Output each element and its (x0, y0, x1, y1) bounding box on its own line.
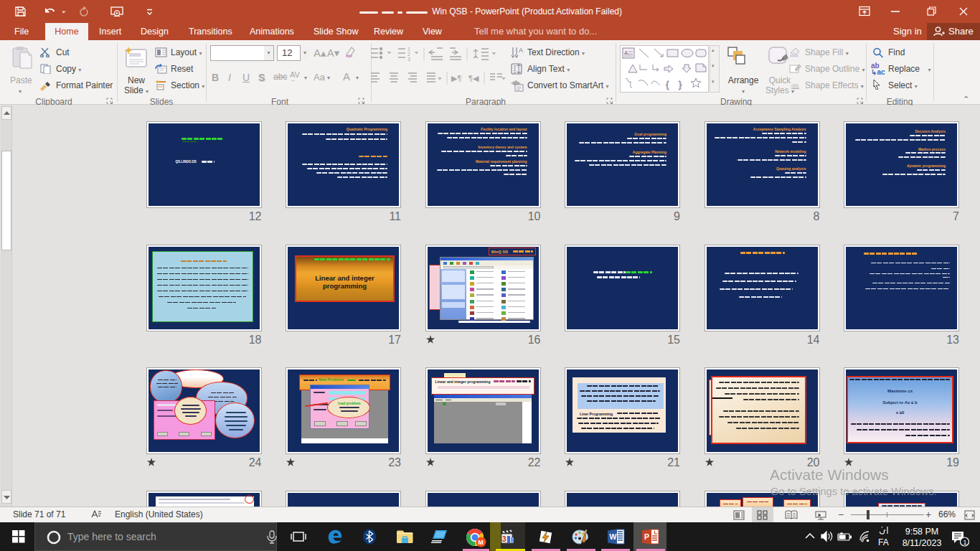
svg-text:3: 3 (407, 57, 410, 62)
svg-text:M: M (478, 539, 484, 546)
svg-text:1: 1 (963, 539, 967, 546)
svg-text:}: } (679, 79, 682, 90)
svg-text:2: 2 (407, 52, 410, 57)
svg-text:{: { (666, 79, 669, 90)
svg-text:A: A (519, 47, 523, 54)
svg-text:A: A (624, 50, 628, 56)
svg-text:▶¶: ▶¶ (451, 74, 461, 83)
svg-text:3: 3 (502, 535, 507, 543)
svg-text:W: W (610, 532, 617, 541)
svg-text:¶◀: ¶◀ (468, 74, 479, 83)
svg-text:1: 1 (407, 47, 410, 52)
svg-text:P: P (644, 532, 649, 541)
